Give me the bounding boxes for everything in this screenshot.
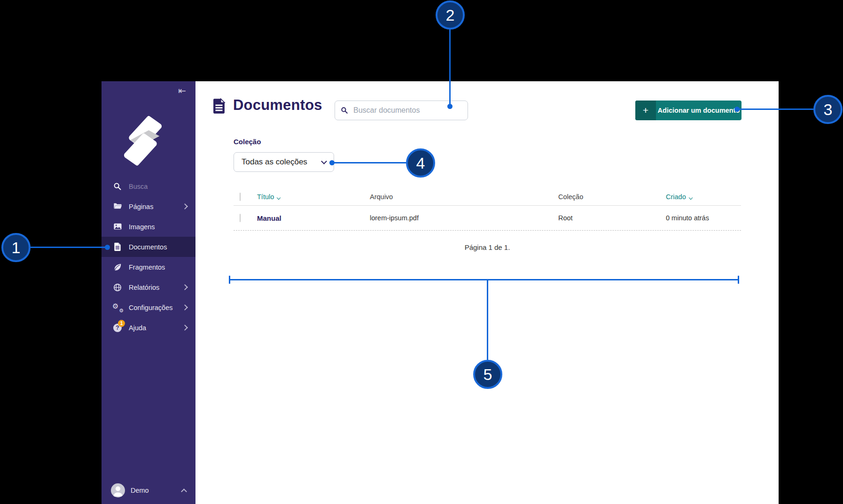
chevron-right-icon	[182, 325, 188, 331]
sidebar-item-relatorios[interactable]: Relatórios	[101, 277, 195, 297]
sidebar-item-ajuda[interactable]: ? 1 Ajuda	[101, 318, 195, 338]
chevron-right-icon	[182, 284, 188, 290]
sort-chevron-icon	[277, 196, 281, 200]
sidebar-item-label: Páginas	[129, 203, 153, 210]
app-logo	[118, 108, 167, 166]
column-header-colecao: Coleção	[558, 193, 666, 201]
callout-5-right-cap	[738, 276, 739, 284]
row-title: Manual	[257, 214, 370, 222]
chevron-down-icon	[321, 158, 327, 164]
callout-3-line	[739, 109, 813, 110]
callout-1-dot	[105, 245, 110, 250]
sidebar-search[interactable]: Busca	[101, 176, 195, 196]
callout-5-left-cap	[229, 276, 230, 284]
chevron-right-icon	[182, 304, 188, 310]
sidebar-item-label: Ajuda	[129, 324, 146, 332]
sort-chevron-icon	[688, 196, 692, 200]
sidebar-item-label: Relatórios	[129, 284, 159, 291]
image-icon	[113, 222, 122, 232]
collection-filter-label: Coleção	[234, 138, 261, 146]
help-badge: 1	[118, 320, 125, 327]
callout-2-circle: 2	[436, 0, 465, 30]
callout-1-circle: 1	[1, 233, 31, 262]
sidebar-item-fragmentos[interactable]: Fragmentos	[101, 257, 195, 277]
column-header-titulo[interactable]: Título	[257, 193, 370, 201]
row-collection: Root	[558, 214, 666, 222]
sidebar-item-configuracoes[interactable]: ⚙⚙ Configurações	[101, 297, 195, 318]
callout-1-line	[31, 247, 109, 248]
search-icon	[113, 182, 122, 191]
add-document-button[interactable]: + Adicionar um documento	[635, 101, 742, 120]
callout-5-hline	[229, 279, 739, 280]
table-header-row: Título Arquivo Coleção Criado	[234, 188, 741, 206]
row-created: 0 minuto atrás	[666, 214, 741, 222]
search-icon	[341, 107, 348, 114]
document-icon	[113, 242, 122, 252]
documents-page-icon	[212, 98, 226, 114]
collection-dropdown-value: Todas as coleções	[242, 157, 307, 167]
callout-4-circle: 4	[406, 148, 435, 178]
collapse-sidebar-icon[interactable]: ⇤	[178, 86, 186, 95]
callout-3-circle: 3	[813, 95, 843, 124]
sidebar-item-label: Fragmentos	[129, 264, 165, 271]
callout-5-vline	[487, 280, 488, 360]
sidebar: ⇤ Busca Páginas	[101, 81, 195, 504]
callout-2-dot	[447, 104, 453, 109]
callout-4-dot	[329, 160, 335, 165]
plus-icon: +	[635, 101, 656, 120]
user-name: Demo	[131, 487, 149, 494]
callout-3-dot	[734, 107, 740, 112]
help-icon: ? 1	[113, 323, 122, 333]
avatar	[111, 483, 125, 497]
table-row[interactable]: Manual lorem-ipsum.pdf Root 0 minuto atr…	[234, 206, 741, 231]
callout-2-line	[449, 30, 451, 105]
row-file: lorem-ipsum.pdf	[370, 214, 558, 222]
app-window: ⇤ Busca Páginas	[0, 0, 843, 504]
sidebar-item-label: Imagens	[129, 223, 155, 231]
add-document-label: Adicionar um documento	[656, 101, 742, 120]
select-all-checkbox[interactable]	[240, 193, 241, 201]
chevron-up-icon	[181, 488, 187, 495]
collection-dropdown[interactable]: Todas as coleções	[234, 152, 334, 172]
sidebar-item-imagens[interactable]: Imagens	[101, 217, 195, 237]
callout-4-line	[334, 162, 406, 163]
row-checkbox[interactable]	[240, 214, 241, 222]
sidebar-item-documentos[interactable]: Documentos	[101, 237, 195, 257]
globe-icon	[113, 283, 122, 292]
callout-5-circle: 5	[473, 360, 502, 389]
column-header-arquivo: Arquivo	[370, 193, 558, 201]
column-header-criado[interactable]: Criado	[666, 193, 741, 201]
folder-icon	[113, 202, 122, 211]
chevron-right-icon	[182, 203, 188, 209]
user-menu[interactable]: Demo	[101, 477, 195, 504]
documents-table: Título Arquivo Coleção Criado Manual lor…	[234, 188, 741, 251]
search-box	[335, 101, 468, 120]
leaf-icon	[113, 263, 122, 272]
gears-icon: ⚙⚙	[113, 303, 122, 312]
sidebar-menu: Busca Páginas Imagens Documentos	[101, 176, 195, 338]
search-input[interactable]	[352, 106, 462, 115]
sidebar-item-paginas[interactable]: Páginas	[101, 196, 195, 217]
page-title: Documentos	[233, 97, 322, 114]
sidebar-search-label: Busca	[129, 183, 148, 190]
sidebar-item-label: Configurações	[129, 304, 173, 311]
sidebar-item-label: Documentos	[129, 243, 167, 251]
pagination-status: Página 1 de 1.	[234, 243, 741, 251]
